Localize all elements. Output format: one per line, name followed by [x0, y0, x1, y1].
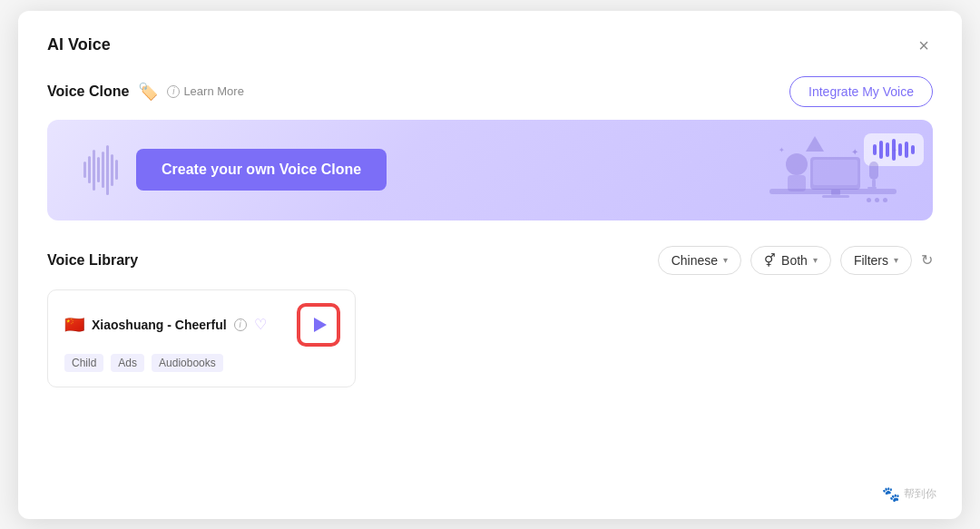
svg-rect-6: [788, 175, 806, 191]
voice-library-title: Voice Library: [47, 252, 138, 269]
voice-card: 🇨🇳 Xiaoshuang - Cheerful i ♡ Child Ads A…: [47, 289, 356, 387]
favorite-heart-icon[interactable]: ♡: [254, 316, 267, 333]
close-button[interactable]: ×: [915, 33, 933, 58]
svg-rect-3: [831, 190, 840, 195]
wave-bar: [111, 154, 113, 186]
waveform-decoration: [83, 145, 118, 195]
voice-tag-audiobooks: Audiobooks: [152, 354, 223, 372]
refresh-button[interactable]: ↻: [921, 251, 933, 269]
voice-tag-ads: Ads: [111, 354, 144, 372]
wave-bar: [97, 157, 100, 182]
country-flag-icon: 🇨🇳: [64, 315, 84, 335]
watermark: 🐾 帮到你: [882, 485, 936, 503]
svg-text:✦: ✦: [892, 147, 897, 153]
voice-clone-section-header: Voice Clone 🏷️ i Learn More Integrate My…: [47, 76, 933, 107]
ai-voice-modal: AI Voice × Voice Clone 🏷️ i Learn More I…: [18, 11, 962, 519]
learn-more-label: Learn More: [183, 84, 243, 98]
filters-button[interactable]: Filters ▾: [840, 246, 912, 275]
voice-clone-banner: Create your own Voice Clone: [47, 120, 933, 220]
crown-icon: 🏷️: [138, 82, 158, 102]
voice-card-top: 🇨🇳 Xiaoshuang - Cheerful i ♡: [64, 305, 338, 345]
chevron-down-icon: ▾: [813, 255, 818, 265]
chevron-down-icon: ▾: [723, 255, 728, 265]
gender-icon: ⚥: [764, 253, 776, 268]
language-filter-button[interactable]: Chinese ▾: [658, 246, 741, 275]
watermark-text: 帮到你: [904, 486, 936, 502]
filters-label: Filters: [854, 253, 888, 268]
dot: [867, 198, 871, 202]
wave-bar: [88, 156, 91, 183]
wave-bar: [83, 162, 86, 178]
wave-bar: [115, 160, 118, 180]
banner-person-svg: ✦ ✦ ✦: [760, 130, 906, 220]
svg-text:✦: ✦: [851, 147, 858, 157]
filter-group: Chinese ▾ ⚥ Both ▾ Filters ▾ ↻: [658, 246, 933, 275]
dot: [875, 198, 879, 202]
voice-tag-child: Child: [64, 354, 103, 372]
section-header-left: Voice Clone 🏷️ i Learn More: [47, 82, 244, 102]
svg-rect-2: [813, 160, 858, 185]
chevron-down-icon: ▾: [894, 255, 898, 265]
dot: [883, 198, 887, 202]
svg-rect-8: [872, 180, 876, 187]
voice-name: Xiaoshuang - Cheerful: [92, 318, 227, 332]
integrate-my-voice-button[interactable]: Integrate My Voice: [789, 76, 933, 107]
wave-bar: [106, 145, 109, 195]
refresh-icon: ↻: [921, 252, 933, 268]
banner-left: Create your own Voice Clone: [83, 145, 387, 195]
play-button-wrapper: [299, 305, 338, 345]
wave-card-bar: [911, 145, 915, 154]
banner-illustration: ✦ ✦ ✦: [624, 120, 933, 220]
info-icon: i: [167, 85, 180, 98]
voice-info-icon[interactable]: i: [234, 318, 247, 331]
language-filter-label: Chinese: [671, 253, 718, 268]
watermark-icon: 🐾: [882, 485, 900, 503]
voice-library-header: Voice Library Chinese ▾ ⚥ Both ▾ Filters…: [47, 246, 933, 275]
modal-header: AI Voice ×: [47, 33, 933, 58]
play-triangle-icon: [314, 318, 327, 332]
svg-rect-9: [867, 187, 877, 189]
wave-bar: [93, 150, 95, 191]
gender-filter-button[interactable]: ⚥ Both ▾: [750, 246, 831, 275]
voice-clone-title: Voice Clone: [47, 83, 129, 100]
gender-filter-label: Both: [781, 253, 808, 268]
svg-rect-4: [822, 195, 849, 198]
play-button[interactable]: [299, 305, 338, 345]
create-voice-clone-button[interactable]: Create your own Voice Clone: [136, 149, 387, 191]
svg-point-5: [786, 153, 808, 175]
learn-more-button[interactable]: i Learn More: [167, 84, 243, 98]
voice-tags: Child Ads Audiobooks: [64, 354, 338, 372]
svg-rect-7: [869, 162, 878, 180]
wave-bar: [102, 152, 104, 188]
modal-title: AI Voice: [47, 35, 111, 54]
svg-text:✦: ✦: [779, 146, 785, 154]
dots-decoration: [867, 198, 887, 202]
